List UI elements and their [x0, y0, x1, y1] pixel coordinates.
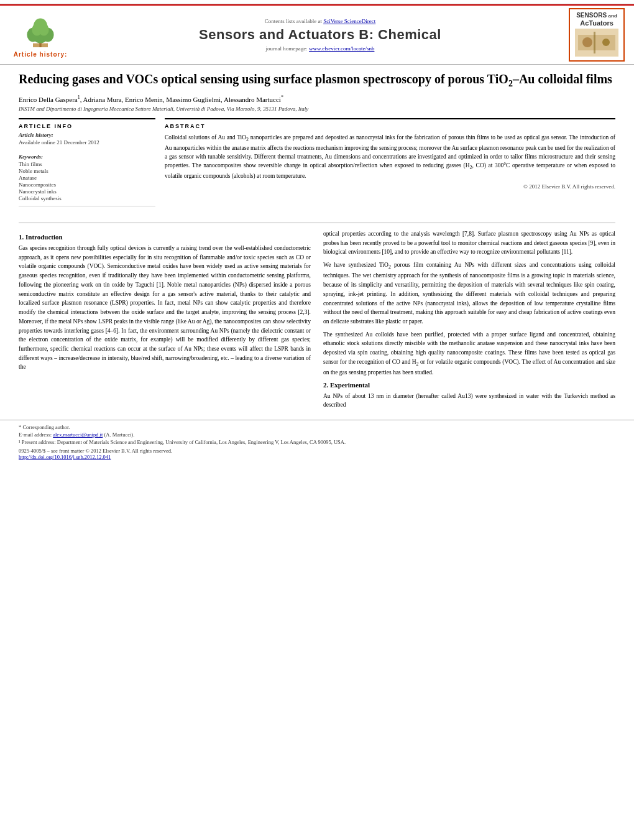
doi-link-area: http://dx.doi.org/10.1016/j.snb.2012.12.… [19, 454, 615, 460]
section2-text: Au NPs of about 13 nm in diameter (herea… [323, 392, 615, 410]
email-person: (A. Martucci). [104, 432, 134, 438]
journal-header: Article history: Contents lists availabl… [0, 4, 634, 65]
abstract-title: ABSTRACT [165, 123, 615, 129]
keyword-4: Nanocomposites [19, 182, 155, 188]
svg-rect-13 [594, 32, 595, 53]
keyword-2: Noble metals [19, 168, 155, 174]
footer: * Corresponding author. E-mail address: … [0, 420, 634, 464]
exp-para-1: Au NPs of about 13 nm in diameter (herea… [323, 392, 615, 410]
keywords-label: Keywords: [19, 154, 155, 160]
article-info-title: ARTICLE INFO [19, 123, 155, 129]
sensors-box: SENSORS and AcTuators [569, 8, 625, 62]
history-label: Article history: [19, 132, 155, 138]
page: Article history: Contents lists availabl… [0, 0, 634, 840]
actuators-label: AcTuators [572, 19, 621, 27]
svg-point-11 [582, 37, 592, 47]
article-info-col: ARTICLE INFO Article history: Available … [19, 118, 155, 210]
email-link[interactable]: alex.martucci@unipd.it [53, 432, 103, 438]
elsevier-tree-icon [22, 12, 59, 50]
homepage-label: journal homepage: [266, 45, 308, 52]
abstract-text: Colloidal solutions of Au and TiO2 nanop… [165, 133, 615, 192]
homepage-link[interactable]: www.elsevier.com/locate/snb [309, 45, 374, 52]
keywords-list: Thin films Noble metals Anatase Nanocomp… [19, 161, 155, 201]
svg-point-6 [39, 24, 49, 35]
article-title: Reducing gases and VOCs optical sensing … [19, 71, 615, 90]
keyword-3: Anatase [19, 175, 155, 181]
sciverse-text: Contents lists available at SciVerse Sci… [81, 18, 559, 24]
available-online: Available online 21 December 2012 [19, 139, 155, 145]
section2-num: 2. Experimental [323, 381, 370, 389]
article-ref-bar [0, 0, 634, 4]
intro-para-1: Gas species recognition through fully op… [19, 244, 311, 372]
svg-rect-8 [39, 43, 41, 47]
svg-point-12 [602, 39, 610, 46]
affiliation: INSTM and Dipartimento di Ingegneria Mec… [19, 106, 615, 112]
keyword-1: Thin films [19, 161, 155, 167]
history-label-text: Article history: [19, 132, 53, 138]
body-content: 1. Introduction Gas species recognition … [0, 229, 634, 413]
corresponding-author-note: * Corresponding author. [19, 424, 615, 430]
sensors-label: SENSORS and [572, 12, 621, 19]
keywords-label-text: Keywords: [19, 154, 43, 160]
authors: Enrico Della Gaspera1, Adriana Mura, Enr… [19, 95, 615, 103]
elsevier-label: Article history: [14, 51, 68, 58]
section1-text: Gas species recognition through fully op… [19, 244, 311, 372]
sciverse-link[interactable]: SciVerse ScienceDirect [323, 18, 375, 24]
abstract-section: ABSTRACT Colloidal solutions of Au and T… [165, 118, 615, 192]
intro-para-2: optical properties according to the anal… [323, 229, 615, 257]
email-label: E-mail address: [19, 432, 52, 438]
article-body: ARTICLE INFO Article history: Available … [19, 118, 615, 210]
keyword-6: Colloidal synthesis [19, 195, 155, 201]
corresponding-label: * Corresponding author. [19, 424, 70, 430]
email-note: E-mail address: alex.martucci@unipd.it (… [19, 432, 615, 438]
section2-title: 2. Experimental [323, 381, 615, 389]
article-info-section: ARTICLE INFO Article history: Available … [19, 118, 155, 206]
elsevier-logo: Article history: [14, 12, 68, 58]
copyright: © 2012 Elsevier B.V. All rights reserved… [165, 183, 615, 192]
license-statement: 0925-4005/$ – see front matter © 2012 El… [19, 448, 615, 454]
content-area: Reducing gases and VOCs optical sensing … [0, 65, 634, 216]
sensors-logo-area: SENSORS and AcTuators [566, 8, 628, 62]
license-text: 0925-4005/$ – see front matter © 2012 El… [19, 448, 615, 460]
body-col-right: optical properties according to the anal… [323, 229, 615, 413]
abstract-col: ABSTRACT Colloidal solutions of Au and T… [165, 118, 615, 210]
journal-title-area: Contents lists available at SciVerse Sci… [75, 18, 566, 52]
section1-num: 1. Introduction [19, 233, 63, 241]
abstract-paragraph: Colloidal solutions of Au and TiO2 nanop… [165, 133, 615, 180]
doi-link[interactable]: http://dx.doi.org/10.1016/j.snb.2012.12.… [19, 454, 111, 460]
body-col-left: 1. Introduction Gas species recognition … [19, 229, 311, 413]
journal-homepage: journal homepage: www.elsevier.com/locat… [81, 45, 559, 52]
elsevier-logo-area: Article history: [6, 12, 75, 58]
footnote1: ¹ Present address: Department of Materia… [19, 439, 615, 445]
keyword-5: Nanocrystal inks [19, 188, 155, 195]
intro-para-4: The synthesized Au colloids have been pu… [323, 330, 615, 377]
section-divider [19, 223, 615, 223]
sensors-cover-image [575, 29, 618, 57]
journal-name: Sensors and Actuators B: Chemical [81, 27, 559, 43]
section1-text-cont: optical properties according to the anal… [323, 229, 615, 377]
section1-title: 1. Introduction [19, 233, 311, 241]
intro-para-3: We have synthesized TiO2 porous film con… [323, 261, 615, 326]
